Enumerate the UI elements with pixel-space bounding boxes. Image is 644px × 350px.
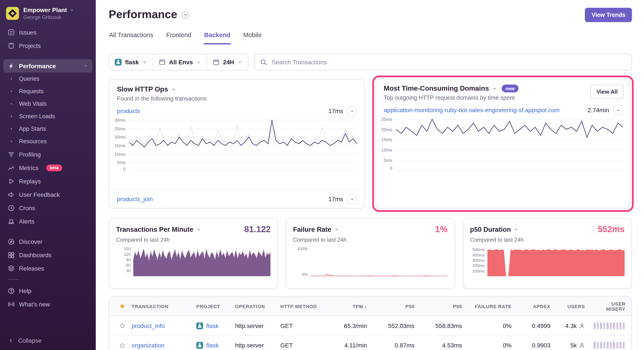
- sidebar-item-performance[interactable]: Performance: [4, 59, 92, 73]
- domain-link[interactable]: application-monitoring-ruby-dot-sales-en…: [384, 107, 560, 114]
- column-header-users[interactable]: USERS: [556, 304, 591, 309]
- operation-cell: http.server: [235, 322, 280, 329]
- slow-http-ops-chart: 30ms25ms20ms15ms10ms5ms0: [110, 120, 357, 171]
- column-header-p95[interactable]: P95: [420, 304, 468, 309]
- sidebar-item-profiling[interactable]: Profiling: [4, 148, 92, 161]
- transaction-link[interactable]: product_info: [132, 322, 165, 329]
- date-range-filter[interactable]: 24H: [207, 54, 248, 70]
- search-icon: [260, 59, 267, 66]
- tab-all-transactions[interactable]: All Transactions: [109, 29, 154, 45]
- transaction-link-products[interactable]: products: [117, 108, 140, 114]
- org-switcher[interactable]: Empower Plant George Gritsouk: [0, 0, 96, 25]
- chevron-down-icon: [196, 60, 201, 65]
- calendar-icon: [213, 59, 220, 66]
- sidebar-item-label: What's new: [19, 300, 50, 307]
- whatsnew-icon: [8, 300, 15, 307]
- help-icon: [8, 287, 15, 294]
- tpm-value: 81.122: [244, 224, 270, 234]
- collapse-row-button[interactable]: [613, 105, 623, 115]
- sidebar-item-web-vitals[interactable]: Web Vitals: [4, 98, 92, 110]
- column-header-user-misery[interactable]: USER MISERY: [591, 301, 632, 311]
- sidebar-item-projects[interactable]: Projects: [4, 39, 92, 52]
- sidebar-item-label: Issues: [19, 29, 36, 36]
- sidebar-item-label: User Feedback: [19, 191, 60, 198]
- sidebar-item-label: Performance: [19, 62, 56, 69]
- sidebar-item-label: Alerts: [19, 218, 34, 225]
- search-input[interactable]: [271, 58, 626, 66]
- flask-project-icon: [115, 59, 122, 66]
- favorite-column-star-icon: [112, 303, 132, 309]
- view-all-button[interactable]: View All: [590, 85, 624, 99]
- p50-duration-dropdown[interactable]: p50 Duration: [470, 225, 518, 233]
- tpm-chart: 150120906030: [116, 249, 271, 276]
- favorite-star-icon[interactable]: [112, 322, 132, 329]
- flask-project-icon: [196, 342, 203, 349]
- p95-cell: 558.83ms: [420, 322, 468, 329]
- widget-title: Most Time-Consuming Domains: [384, 85, 489, 92]
- issues-icon: [8, 29, 15, 36]
- collapse-button[interactable]: Collapse: [0, 332, 96, 350]
- sidebar-item-label: Releases: [19, 265, 44, 272]
- sidebar-item-crons[interactable]: Crons: [4, 201, 92, 214]
- sidebar-item-resources[interactable]: Resources: [4, 135, 92, 148]
- tpm-dropdown[interactable]: Transactions Per Minute: [116, 225, 201, 233]
- sidebar-item-dashboards[interactable]: Dashboards: [4, 248, 92, 261]
- column-header-tpm[interactable]: TPM↓: [330, 304, 373, 309]
- domains-dropdown[interactable]: Most Time-Consuming Domains new: [384, 85, 518, 92]
- sidebar-item-issues[interactable]: Issues: [4, 26, 92, 39]
- column-header-transaction[interactable]: TRANSACTION: [132, 304, 196, 309]
- chevron-down-icon: [492, 86, 497, 91]
- sidebar-item-replays[interactable]: Replays: [4, 174, 92, 188]
- operation-cell: http.server: [235, 342, 280, 349]
- sidebar-item-screen-loads[interactable]: Screen Loads: [4, 110, 92, 123]
- failure-rate-dropdown[interactable]: Failure Rate: [293, 225, 339, 233]
- tab-mobile[interactable]: Mobile: [243, 29, 262, 45]
- beta-badge: beta: [46, 164, 62, 171]
- failure-rate-cell: 0%: [468, 342, 518, 349]
- project-link[interactable]: flask: [206, 342, 219, 349]
- slow-http-ops-dropdown[interactable]: Slow HTTP Ops: [117, 86, 356, 93]
- sidebar-item-discover[interactable]: Discover: [4, 235, 92, 248]
- expand-row-button[interactable]: [348, 194, 357, 204]
- favorite-star-icon[interactable]: [112, 342, 132, 348]
- column-header-apdex[interactable]: APDEX: [518, 304, 556, 309]
- project-filter[interactable]: flask: [109, 54, 153, 70]
- sidebar-nav: IssuesProjectsPerformanceQueriesRequests…: [0, 25, 96, 332]
- org-name: Empower Plant: [23, 7, 67, 13]
- sidebar-item-app-starts[interactable]: App Starts: [4, 123, 92, 135]
- sidebar-item-alerts[interactable]: Alerts: [4, 214, 92, 228]
- environment-filter[interactable]: All Envs: [153, 54, 207, 70]
- projects-icon: [8, 42, 15, 49]
- replays-icon: [8, 178, 15, 184]
- environment-filter-label: All Envs: [169, 59, 193, 66]
- project-link[interactable]: flask: [206, 322, 219, 329]
- collapse-row-button[interactable]: [348, 106, 357, 116]
- chevron-left-icon: [8, 337, 14, 343]
- sidebar-item-what-s-new[interactable]: What's new: [4, 297, 92, 311]
- sidebar-item-user-feedback[interactable]: User Feedback: [4, 188, 92, 201]
- tab-frontend[interactable]: Frontend: [166, 29, 192, 45]
- column-header-operation[interactable]: OPERATION: [235, 304, 280, 309]
- view-trends-button[interactable]: View Trends: [585, 8, 632, 22]
- tpm-card: Transactions Per Minute 81.122 Compared …: [109, 218, 278, 289]
- help-icon[interactable]: ?: [182, 12, 189, 19]
- sidebar-item-releases[interactable]: Releases: [4, 261, 92, 275]
- sidebar-item-queries[interactable]: Queries: [4, 73, 92, 85]
- duration-value: 2.74min: [588, 107, 609, 114]
- column-header-project[interactable]: PROJECT: [196, 304, 235, 309]
- column-header-failure-rate[interactable]: FAILURE RATE: [468, 304, 518, 309]
- sidebar-item-requests[interactable]: Requests: [4, 85, 92, 98]
- transaction-link[interactable]: organization: [132, 342, 164, 349]
- project-cell: flask: [196, 342, 235, 349]
- column-header-http-method[interactable]: HTTP METHOD: [280, 304, 330, 309]
- sidebar-item-help[interactable]: Help: [4, 284, 92, 297]
- tab-backend[interactable]: Backend: [204, 29, 231, 45]
- transaction-link-products-join[interactable]: products_join: [117, 195, 153, 202]
- sidebar-item-metrics[interactable]: Metricsbeta: [4, 161, 92, 174]
- chevron-down-icon: [70, 8, 74, 12]
- releases-icon: [8, 265, 15, 272]
- column-header-p50[interactable]: P50: [373, 304, 420, 309]
- widget-title: Slow HTTP Ops: [117, 86, 168, 93]
- transactions-table: TRANSACTIONPROJECTOPERATIONHTTP METHODTP…: [109, 296, 632, 350]
- sidebar-item-label: Help: [19, 287, 32, 294]
